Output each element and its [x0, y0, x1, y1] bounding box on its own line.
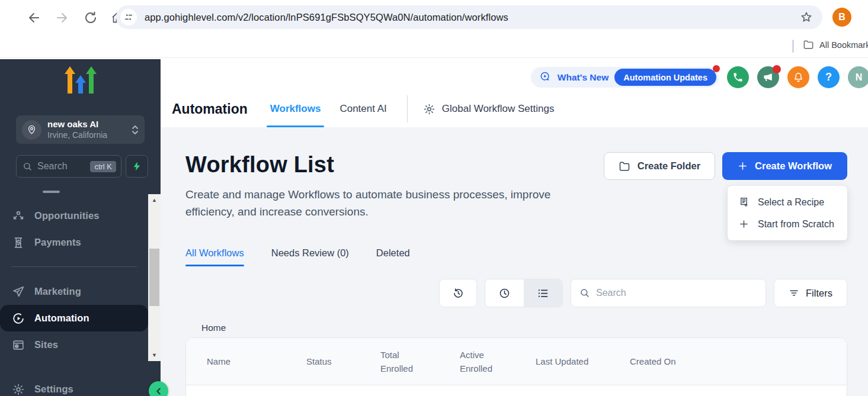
reload-icon[interactable] — [84, 11, 98, 25]
location-name: new oaks AI — [47, 119, 98, 129]
list-toolbar: Filters — [161, 279, 847, 307]
sidebar-scrollbar[interactable]: ▲ ▼ — [148, 194, 161, 361]
sidebar-search-input[interactable] — [37, 161, 90, 172]
send-icon — [11, 285, 25, 299]
page-head-text: Workflow List Create and manage Workflow… — [185, 152, 600, 220]
column-header-active-enrolled: Active Enrolled — [460, 348, 536, 375]
menu-item-start-from-scratch[interactable]: Start from Scratch — [728, 213, 847, 235]
tab-needs-review[interactable]: Needs Review (0) — [271, 247, 349, 266]
plus-icon — [738, 161, 748, 171]
content-header: Automation Workflows Content AI Global W… — [161, 59, 868, 127]
content-body: Workflow List Create and manage Workflow… — [161, 127, 868, 396]
gear-icon — [11, 382, 25, 396]
phone-icon — [732, 72, 744, 83]
sidebar-item-sites[interactable]: Sites — [0, 331, 148, 358]
table-body — [186, 385, 847, 396]
menu-item-select-recipe[interactable]: Select a Recipe — [728, 191, 847, 213]
sidebar-item-automation[interactable]: Automation — [0, 305, 148, 331]
breadcrumb[interactable]: Home — [201, 323, 868, 333]
all-bookmarks-button[interactable]: All Bookmarks — [803, 39, 868, 50]
quick-actions-button[interactable] — [126, 155, 148, 178]
notification-dot — [713, 65, 720, 72]
sidebar-item-settings[interactable]: Settings — [0, 376, 148, 396]
opportunities-icon — [11, 209, 25, 223]
tab-content-ai[interactable]: Content AI — [339, 91, 386, 127]
automation-icon — [11, 311, 25, 326]
tab-workflows[interactable]: Workflows — [270, 91, 321, 127]
whats-new-pill[interactable]: What's New Automation Updates — [531, 67, 719, 88]
sidebar-nav: Opportunities Payments Marketing Automat — [0, 202, 148, 358]
tab-all-workflows[interactable]: All Workflows — [185, 247, 244, 266]
back-icon[interactable] — [27, 11, 41, 25]
automation-updates-badge[interactable]: Automation Updates — [614, 69, 716, 86]
whats-new-label: What's New — [558, 72, 608, 83]
search-shortcut-badge: ctrl K — [90, 161, 116, 172]
tab-deleted[interactable]: Deleted — [376, 247, 410, 266]
screen: app.gohighlevel.com/v2/location/lnPS691g… — [0, 0, 868, 396]
column-header-status: Status — [306, 355, 380, 368]
scrollbar-thumb[interactable] — [149, 249, 159, 306]
workflow-filter-tabs: All Workflows Needs Review (0) Deleted — [185, 247, 868, 266]
sidebar-item-marketing[interactable]: Marketing — [0, 278, 148, 305]
location-selector[interactable]: new oaks AI Irvine, California — [16, 115, 145, 144]
history-icon — [452, 287, 465, 300]
create-folder-button[interactable]: Create Folder — [604, 152, 715, 180]
sidebar-item-payments[interactable]: Payments — [0, 229, 148, 256]
bell-icon — [793, 72, 804, 83]
list-icon — [537, 287, 549, 300]
recent-view-button[interactable] — [485, 279, 524, 307]
history-button[interactable] — [439, 279, 477, 307]
filter-icon — [789, 288, 799, 298]
sites-icon — [11, 338, 25, 352]
workflow-search-input[interactable] — [596, 288, 757, 298]
column-header-total-enrolled: Total Enrolled — [380, 348, 460, 375]
main-content: Automation Workflows Content AI Global W… — [161, 59, 868, 396]
workflow-table: Name Status Total Enrolled Active Enroll… — [185, 337, 847, 396]
bookmarks-bar: All Bookmarks — [0, 34, 868, 58]
column-header-last-updated: Last Updated — [536, 355, 630, 368]
url-bar[interactable]: app.gohighlevel.com/v2/location/lnPS691g… — [116, 5, 822, 29]
site-info-icon[interactable] — [120, 9, 137, 25]
url-text: app.gohighlevel.com/v2/location/lnPS691g… — [145, 12, 508, 23]
folder-icon — [803, 39, 814, 50]
scrolled-item-fragment — [43, 191, 60, 193]
search-icon — [23, 162, 33, 172]
scroll-down-arrow-icon[interactable]: ▼ — [148, 350, 161, 360]
gear-icon — [423, 103, 435, 115]
whats-new-icon — [539, 71, 552, 83]
create-workflow-button[interactable]: Create Workflow — [722, 152, 847, 180]
header-divider — [407, 95, 408, 123]
folder-icon — [619, 160, 630, 172]
notifications-button[interactable] — [787, 66, 809, 88]
sidebar-settings: Settings — [0, 376, 148, 396]
forward-icon[interactable] — [55, 11, 69, 25]
user-avatar[interactable]: N — [848, 66, 868, 88]
browser-toolbar: app.gohighlevel.com/v2/location/lnPS691g… — [0, 0, 868, 34]
global-workflow-settings-link[interactable]: Global Workflow Settings — [423, 91, 555, 127]
sidebar-divider — [11, 266, 137, 267]
payments-icon — [11, 236, 25, 250]
page-title: Automation — [172, 101, 248, 117]
announcements-button[interactable] — [757, 66, 779, 88]
filters-button[interactable]: Filters — [774, 279, 847, 307]
gohighlevel-logo — [65, 66, 97, 101]
location-pin-icon — [22, 120, 41, 140]
all-bookmarks-label: All Bookmarks — [819, 40, 868, 50]
megaphone-icon — [763, 72, 774, 83]
sidebar-item-opportunities[interactable]: Opportunities — [0, 202, 148, 229]
table-header-row: Name Status Total Enrolled Active Enroll… — [186, 338, 847, 385]
help-button[interactable]: ? — [818, 66, 840, 88]
plus-icon — [738, 218, 750, 230]
view-toggle — [485, 279, 563, 307]
sidebar-search[interactable]: ctrl K — [16, 155, 121, 178]
location-city: Irvine, California — [47, 130, 107, 140]
notification-dot — [773, 65, 781, 73]
phone-button[interactable] — [727, 66, 749, 88]
list-view-button[interactable] — [524, 279, 562, 307]
scroll-up-arrow-icon[interactable]: ▲ — [148, 195, 161, 205]
bookmark-star-icon[interactable] — [800, 11, 813, 24]
column-header-created-on: Created On — [630, 355, 847, 368]
workflow-search[interactable] — [571, 279, 766, 307]
sidebar-collapse-button[interactable] — [149, 381, 168, 396]
browser-profile-avatar[interactable]: B — [832, 8, 851, 27]
